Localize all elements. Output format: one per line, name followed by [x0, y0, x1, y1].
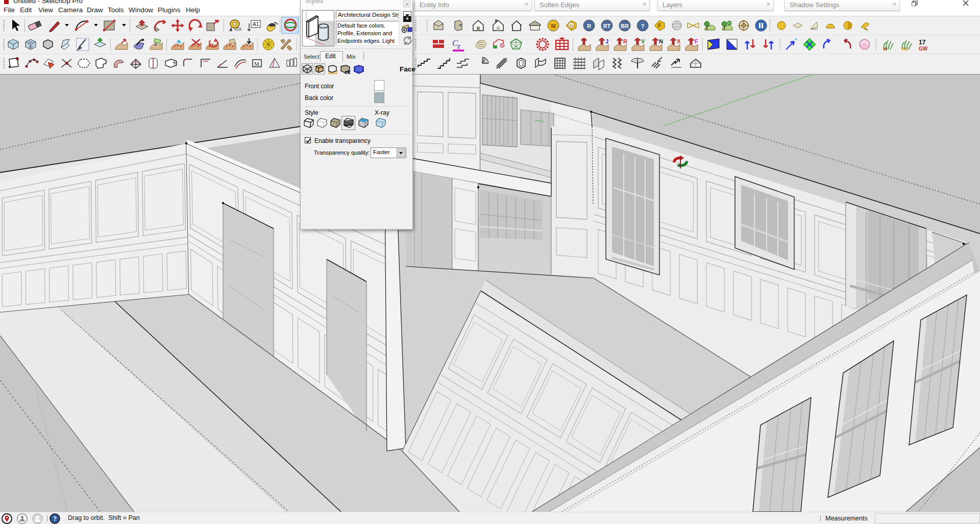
- svg-text:F: F: [658, 23, 661, 29]
- svg-text:F: F: [695, 38, 698, 44]
- svg-text:R: R: [587, 23, 591, 29]
- svg-text:O: O: [569, 23, 573, 29]
- svg-text:V: V: [641, 38, 645, 44]
- svg-text:ok: ok: [345, 69, 351, 75]
- svg-text:GW: GW: [919, 46, 928, 52]
- svg-text:R: R: [623, 38, 627, 44]
- svg-text:AB: AB: [901, 46, 908, 52]
- svg-text:X: X: [677, 38, 681, 44]
- svg-text:z: z: [457, 42, 460, 50]
- svg-text:W: W: [883, 46, 888, 52]
- svg-text:N: N: [659, 38, 663, 44]
- svg-text:M: M: [254, 61, 259, 67]
- svg-text:17: 17: [919, 39, 926, 46]
- svg-text:J: J: [605, 38, 608, 44]
- svg-text:BR: BR: [621, 23, 629, 29]
- svg-text:M: M: [551, 23, 555, 29]
- svg-text:?: ?: [641, 23, 645, 29]
- svg-text:?: ?: [53, 515, 57, 522]
- svg-text:RT: RT: [603, 23, 611, 29]
- svg-text:A1: A1: [253, 21, 259, 27]
